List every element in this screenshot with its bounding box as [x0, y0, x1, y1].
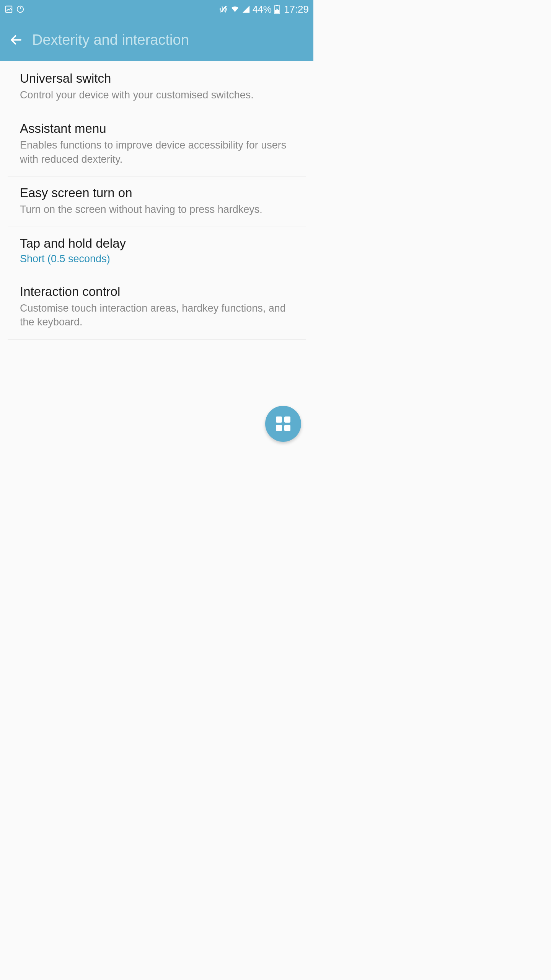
item-title: Tap and hold delay: [20, 236, 293, 251]
item-subtitle: Customise touch interaction areas, hardk…: [20, 301, 293, 329]
status-bar: 44% 17:29: [0, 0, 313, 18]
item-subtitle: Enables functions to improve device acce…: [20, 138, 293, 166]
screenshot-icon: [5, 5, 13, 13]
status-right-icons: 44% 17:29: [219, 3, 309, 15]
item-value: Short (0.5 seconds): [20, 253, 293, 265]
item-title: Universal switch: [20, 71, 293, 86]
item-title: Easy screen turn on: [20, 186, 293, 200]
vibrate-icon: [219, 5, 228, 14]
assistant-fab-button[interactable]: [265, 406, 301, 442]
svg-rect-6: [275, 10, 279, 13]
item-title: Interaction control: [20, 284, 293, 299]
settings-list: Universal switch Control your device wit…: [0, 61, 313, 340]
signal-icon: [242, 5, 250, 13]
app-bar: Dexterity and interaction: [0, 18, 313, 61]
time-text: 17:29: [284, 3, 309, 15]
assistant-menu-item[interactable]: Assistant menu Enables functions to impr…: [8, 112, 306, 176]
item-subtitle: Control your device with your customised…: [20, 88, 293, 102]
back-button[interactable]: [9, 33, 23, 47]
item-subtitle: Turn on the screen without having to pre…: [20, 203, 293, 216]
power-icon: [16, 5, 24, 13]
battery-percent: 44%: [253, 4, 272, 15]
interaction-control-item[interactable]: Interaction control Customise touch inte…: [8, 275, 306, 340]
item-title: Assistant menu: [20, 121, 293, 136]
status-left-icons: [5, 5, 24, 13]
universal-switch-item[interactable]: Universal switch Control your device wit…: [8, 61, 306, 112]
grid-icon: [276, 416, 290, 431]
easy-screen-turn-on-item[interactable]: Easy screen turn on Turn on the screen w…: [8, 176, 306, 227]
svg-rect-5: [276, 5, 278, 6]
page-title: Dexterity and interaction: [32, 32, 189, 48]
tap-and-hold-delay-item[interactable]: Tap and hold delay Short (0.5 seconds): [8, 227, 306, 275]
battery-charging-icon: [274, 5, 280, 14]
wifi-icon: [230, 5, 240, 13]
